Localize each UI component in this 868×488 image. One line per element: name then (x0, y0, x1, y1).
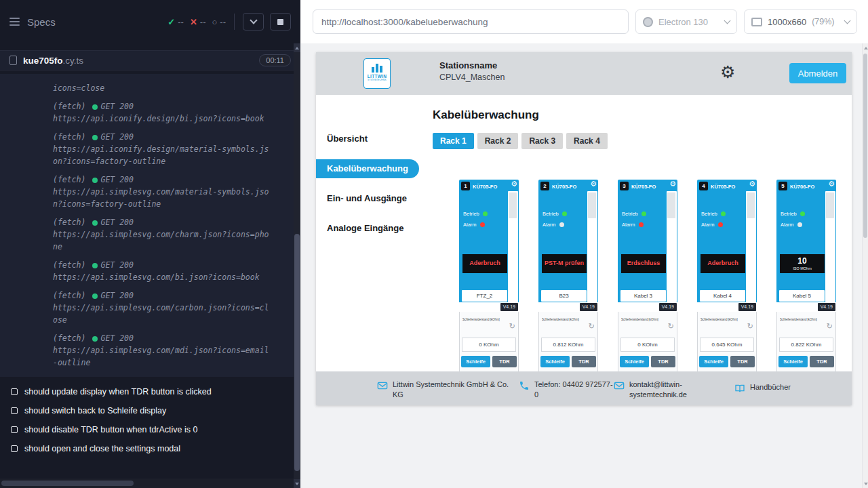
test-item[interactable]: should disable TDR button when tdrActive… (0, 420, 300, 439)
nav-uebersicht[interactable]: Übersicht (316, 129, 419, 148)
specs-sidebar-toggle-icon[interactable] (9, 16, 20, 28)
scroll-down-arrow[interactable] (294, 479, 300, 488)
scrollbar-thumb[interactable] (826, 192, 834, 218)
card-scrollbar[interactable] (746, 191, 756, 302)
footer-manuals-link[interactable]: Handbücher (734, 382, 791, 394)
measurement-panel: Schleifenwiderstand [kOhm] ↻ 0.822 KOhm … (776, 312, 836, 380)
scroll-down-arrow[interactable] (863, 479, 868, 488)
browser-toolbar: Electron 130 1000x660 (79%) (300, 0, 868, 43)
schleife-button[interactable]: Schleife (699, 356, 728, 367)
log-entry[interactable]: (fetch)GET 200 https://api.simplesvg.com… (53, 332, 273, 369)
log-url: https://api.simplesvg.com/bi.json?icons=… (53, 271, 273, 283)
log-entry[interactable]: (fetch)GET 200 https://api.simplesvg.com… (53, 174, 273, 210)
card-scrollbar[interactable] (587, 191, 597, 302)
collapse-button[interactable] (243, 13, 264, 30)
test-item[interactable]: should update display when TDR button is… (0, 382, 300, 401)
refresh-icon[interactable]: ↻ (509, 323, 515, 330)
viewport-select[interactable]: 1000x660 (79%) (744, 9, 857, 34)
log-entry[interactable]: (fetch)GET 200 https://api.simplesvg.com… (53, 216, 273, 253)
page-scrollbar[interactable] (862, 43, 868, 488)
card-number: 1 (461, 182, 470, 190)
alarm-led (718, 222, 723, 227)
nav-analoge-eingaenge[interactable]: Analoge Eingänge (316, 219, 419, 238)
spec-bar[interactable]: kue705fo .cy.ts 00:11 (0, 50, 300, 70)
app-header: LITTWIN SYSTEMTECHNIK Stationsname CPLV4… (316, 52, 852, 95)
refresh-icon[interactable]: ↻ (747, 323, 753, 330)
cable-name: Kabel 3 (620, 290, 666, 302)
measure-value: 0.645 KOhm (700, 338, 754, 352)
horizontal-scrollbar[interactable] (0, 479, 294, 488)
scrollbar-thumb[interactable] (747, 192, 755, 218)
nav-kabelueberwachung[interactable]: Kabelüberwachung (316, 159, 419, 178)
card-scrollbar[interactable] (508, 191, 518, 302)
divider (234, 14, 235, 30)
tab-rack-4[interactable]: Rack 4 (566, 133, 608, 149)
device-card: 2 KÜ705-FO ⚙ Betrieb Alarm PST-M prüfen … (538, 180, 598, 380)
log-url: https://api.iconify.design/bi.json?icons… (53, 113, 273, 125)
scrollbar-thumb[interactable] (667, 192, 675, 218)
log-entry[interactable]: (fetch)GET 200 https://api.simplesvg.com… (53, 259, 273, 283)
firmware-version: V4.19 (500, 303, 518, 311)
browser-select[interactable]: Electron 130 (635, 9, 737, 34)
scrollbar-thumb[interactable] (294, 234, 300, 471)
tdr-button[interactable]: TDR (651, 356, 675, 367)
chevron-down-icon (250, 16, 257, 24)
schleife-button[interactable]: Schleife (540, 356, 570, 367)
measure-label: Schleifenwiderstand [kOhm] (462, 317, 500, 321)
logout-button[interactable]: Abmelden (789, 63, 846, 83)
tdr-button[interactable]: TDR (810, 356, 834, 367)
status-display: Erdschluss (621, 254, 666, 273)
url-input[interactable] (313, 9, 629, 34)
log-entry[interactable]: (fetch)GET 200 https://api.iconify.desig… (53, 100, 273, 125)
tdr-button[interactable]: TDR (572, 356, 596, 367)
test-item[interactable]: should open and close the settings modal (0, 439, 300, 458)
test-item[interactable]: should switch back to Schleife display (0, 401, 300, 420)
viewport-size: 1000x660 (768, 17, 806, 27)
scroll-up-arrow[interactable] (863, 43, 868, 52)
stop-button[interactable] (270, 13, 291, 30)
measurement-panel: Schleifenwiderstand [kOhm] ↻ 0.645 KOhm … (697, 312, 757, 380)
card-scrollbar[interactable] (667, 191, 677, 302)
electron-icon (643, 17, 653, 27)
card-scrollbar[interactable] (825, 191, 835, 302)
failed-count: -- (200, 17, 206, 27)
spec-timer: 00:11 (259, 54, 291, 66)
rack-tabs: Rack 1 Rack 2 Rack 3 Rack 4 (433, 133, 608, 149)
schleife-button[interactable]: Schleife (778, 356, 808, 367)
refresh-icon[interactable]: ↻ (589, 323, 595, 330)
card-model: KÜ705-FO (711, 184, 735, 190)
log-entry[interactable]: (fetch)GET 200 https://api.iconify.desig… (53, 131, 273, 167)
scrollbar-thumb[interactable] (509, 192, 517, 218)
scrollbar-thumb[interactable] (588, 192, 596, 218)
measurement-panel: Schleifenwiderstand [kOhm] ↻ 0.812 KOhm … (538, 312, 598, 380)
card-number: 2 (540, 182, 549, 190)
status-display: Aderbruch (462, 254, 507, 273)
card-settings-gear-icon[interactable]: ⚙ (669, 180, 676, 188)
card-settings-gear-icon[interactable]: ⚙ (511, 180, 517, 188)
card-settings-gear-icon[interactable]: ⚙ (749, 180, 755, 188)
refresh-icon[interactable]: ↻ (668, 323, 674, 330)
scrollbar-thumb[interactable] (863, 54, 867, 238)
left-scrollbar[interactable] (294, 43, 300, 488)
refresh-icon[interactable]: ↻ (827, 323, 833, 330)
tab-rack-3[interactable]: Rack 3 (521, 133, 563, 149)
device-card: 1 KÜ705-FO ⚙ Betrieb Alarm Aderbruch FTZ… (459, 180, 519, 380)
scroll-up-arrow[interactable] (294, 43, 300, 52)
tab-rack-2[interactable]: Rack 2 (477, 133, 519, 149)
nav-ein-und-ausgaenge[interactable]: Ein- und Ausgänge (316, 189, 419, 208)
tab-rack-1[interactable]: Rack 1 (433, 133, 474, 149)
page-title: Kabelüberwachung (433, 108, 539, 122)
settings-gear-icon[interactable]: ⚙ (720, 64, 735, 81)
tdr-button[interactable]: TDR (730, 356, 755, 367)
scrollbar-thumb[interactable] (1, 481, 134, 486)
schleife-button[interactable]: Schleife (620, 356, 649, 367)
card-settings-gear-icon[interactable]: ⚙ (590, 180, 597, 188)
card-settings-gear-icon[interactable]: ⚙ (828, 180, 835, 188)
tdr-button[interactable]: TDR (492, 356, 517, 367)
schleife-button[interactable]: Schleife (461, 356, 490, 367)
station-info: Stationsname CPLV4_Maschen (439, 60, 505, 82)
log-entry[interactable]: (fetch)GET 200 https://api.simplesvg.com… (53, 289, 273, 326)
device-cards: 1 KÜ705-FO ⚙ Betrieb Alarm Aderbruch FTZ… (459, 180, 836, 380)
betrieb-led (800, 211, 805, 216)
littwin-logo-icon (364, 62, 390, 73)
